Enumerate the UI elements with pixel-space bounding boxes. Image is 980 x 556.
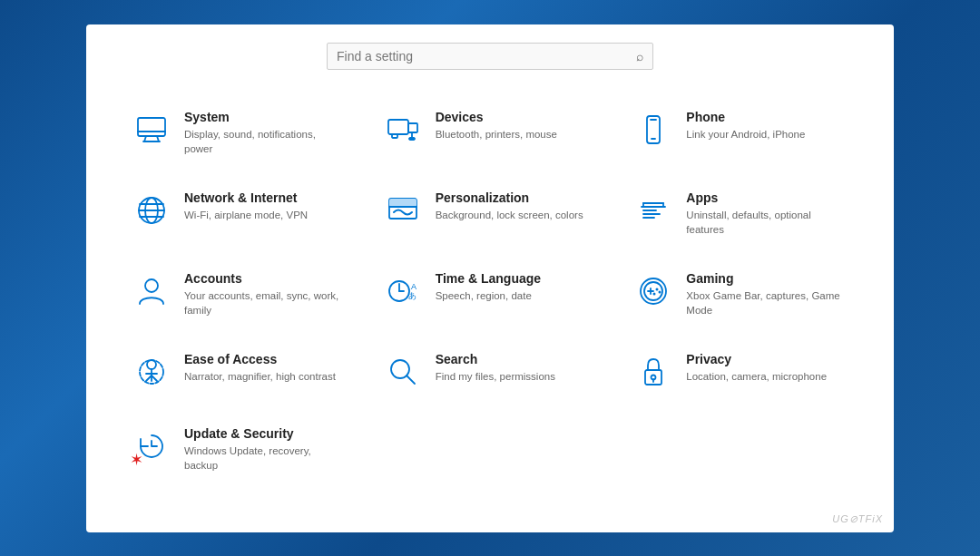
svg-point-39 — [659, 290, 662, 293]
setting-item-system[interactable]: System Display, sound, notifications, po… — [122, 97, 356, 169]
search-bar-container: ⌕ — [327, 43, 653, 70]
devices-title: Devices — [436, 110, 557, 124]
svg-rect-0 — [138, 118, 165, 136]
search-desc: Find my files, permissions — [436, 369, 555, 384]
time-title: Time & Language — [436, 271, 541, 286]
red-star-icon: ✶ — [130, 452, 143, 468]
time-icon: A あ — [383, 271, 423, 311]
svg-rect-5 — [388, 120, 408, 134]
personalization-icon — [383, 190, 423, 230]
accounts-desc: Your accounts, email, sync, work, family — [184, 288, 347, 317]
setting-item-accounts[interactable]: Accounts Your accounts, email, sync, wor… — [122, 258, 356, 330]
setting-item-privacy[interactable]: Privacy Location, camera, microphone — [624, 339, 858, 405]
ease-title: Ease of Access — [184, 352, 336, 366]
ease-desc: Narrator, magnifier, high contrast — [184, 369, 336, 384]
setting-item-search[interactable]: Search Find my files, permissions — [374, 339, 607, 405]
svg-point-40 — [653, 292, 656, 295]
apps-text: Apps Uninstall, defaults, optional featu… — [686, 190, 848, 237]
time-text: Time & Language Speech, region, date — [436, 271, 541, 303]
svg-rect-6 — [408, 123, 417, 132]
privacy-desc: Location, camera, microphone — [686, 369, 827, 384]
personalization-desc: Background, lock screen, colors — [436, 208, 583, 222]
settings-window: ⌕ System Display, sound, notifications, … — [86, 24, 894, 532]
update-text: Update & Security Windows Update, recove… — [184, 426, 347, 473]
phone-desc: Link your Android, iPhone — [686, 127, 805, 141]
personalization-text: Personalization Background, lock screen,… — [436, 190, 583, 222]
privacy-text: Privacy Location, camera, microphone — [686, 352, 827, 384]
system-title: System — [184, 110, 347, 124]
ease-text: Ease of Access Narrator, magnifier, high… — [184, 352, 336, 384]
apps-title: Apps — [686, 190, 848, 205]
update-title: Update & Security — [184, 426, 347, 441]
svg-text:あ: あ — [408, 291, 416, 300]
gaming-desc: Xbox Game Bar, captures, Game Mode — [686, 288, 848, 317]
system-text: System Display, sound, notifications, po… — [184, 110, 347, 156]
setting-item-devices[interactable]: Devices Bluetooth, printers, mouse — [374, 97, 607, 169]
network-icon — [132, 190, 172, 230]
svg-rect-8 — [409, 138, 415, 140]
phone-title: Phone — [686, 110, 805, 124]
accounts-text: Accounts Your accounts, email, sync, wor… — [184, 271, 347, 317]
svg-point-41 — [147, 360, 156, 369]
setting-item-ease[interactable]: Ease of Access Narrator, magnifier, high… — [122, 339, 356, 405]
gaming-icon — [633, 271, 673, 311]
ease-icon — [132, 352, 172, 392]
devices-text: Devices Bluetooth, printers, mouse — [436, 110, 557, 141]
search-bar[interactable]: ⌕ — [327, 43, 653, 70]
time-desc: Speech, region, date — [436, 288, 541, 303]
watermark-text: UG⊘TFiX — [832, 513, 883, 525]
svg-rect-19 — [389, 199, 416, 207]
svg-point-38 — [656, 288, 659, 290]
update-desc: Windows Update, recovery, backup — [184, 444, 347, 473]
setting-item-personalization[interactable]: Personalization Background, lock screen,… — [374, 178, 607, 249]
system-icon — [132, 110, 172, 150]
setting-item-update[interactable]: ✶ Update & Security Windows Update, reco… — [122, 414, 356, 485]
apps-desc: Uninstall, defaults, optional features — [686, 208, 848, 237]
privacy-icon — [633, 352, 673, 392]
accounts-title: Accounts — [184, 271, 347, 286]
svg-rect-9 — [392, 134, 397, 138]
setting-item-apps[interactable]: Apps Uninstall, defaults, optional featu… — [624, 178, 858, 249]
svg-text:A: A — [411, 282, 416, 291]
devices-desc: Bluetooth, printers, mouse — [436, 127, 557, 141]
update-icon: ✶ — [132, 426, 172, 466]
devices-icon — [383, 110, 423, 150]
settings-grid: System Display, sound, notifications, po… — [113, 97, 867, 486]
svg-point-28 — [145, 279, 158, 292]
search-text: Search Find my files, permissions — [436, 352, 555, 384]
search-icon — [383, 352, 423, 392]
setting-item-network[interactable]: Network & Internet Wi-Fi, airplane mode,… — [122, 178, 356, 249]
gaming-title: Gaming — [686, 271, 848, 286]
setting-item-phone[interactable]: Phone Link your Android, iPhone — [624, 97, 858, 169]
network-text: Network & Internet Wi-Fi, airplane mode,… — [184, 190, 308, 222]
accounts-icon — [132, 271, 172, 311]
phone-text: Phone Link your Android, iPhone — [686, 110, 805, 141]
search-title: Search — [436, 352, 555, 366]
setting-item-time[interactable]: A あ Time & Language Speech, region, date — [374, 258, 607, 330]
phone-icon — [633, 110, 673, 150]
network-title: Network & Internet — [184, 190, 308, 205]
setting-item-gaming[interactable]: Gaming Xbox Game Bar, captures, Game Mod… — [624, 258, 858, 330]
svg-line-46 — [407, 376, 415, 384]
search-input[interactable] — [337, 49, 636, 63]
apps-icon — [633, 190, 673, 230]
network-desc: Wi-Fi, airplane mode, VPN — [184, 208, 308, 222]
personalization-title: Personalization — [436, 190, 583, 205]
privacy-title: Privacy — [686, 352, 827, 366]
gaming-text: Gaming Xbox Game Bar, captures, Game Mod… — [686, 271, 848, 317]
search-icon: ⌕ — [636, 49, 643, 63]
system-desc: Display, sound, notifications, power — [184, 127, 347, 156]
